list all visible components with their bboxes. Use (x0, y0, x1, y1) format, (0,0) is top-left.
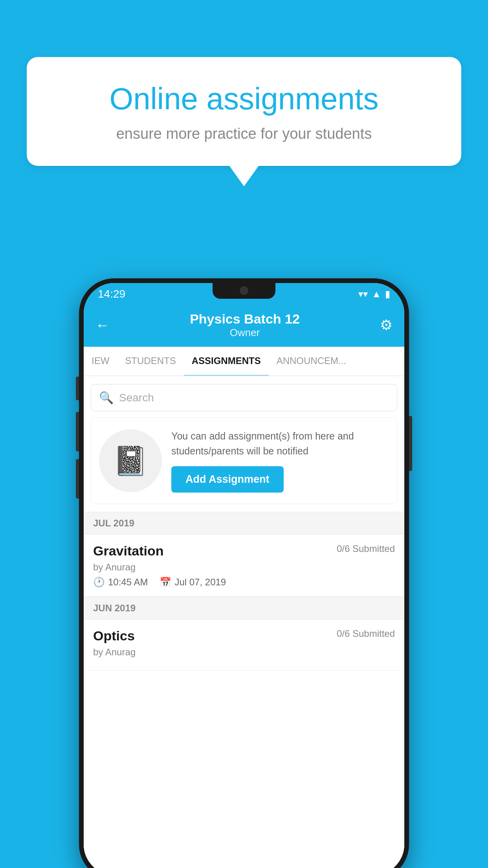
bubble-title: Online assignments (54, 81, 434, 118)
speech-bubble: Online assignments ensure more practice … (27, 57, 461, 166)
assignment-name-optics: Optics (93, 628, 135, 644)
phone-camera (240, 286, 248, 295)
header-title: Physics Batch 12 (190, 311, 300, 327)
app-header: ← Physics Batch 12 Owner ⚙ (84, 305, 404, 347)
phone-side-btn-power (409, 416, 412, 471)
search-icon: 🔍 (99, 391, 114, 405)
signal-icon: ▲ (372, 289, 381, 300)
status-time: 14:29 (98, 288, 125, 300)
tab-iew[interactable]: IEW (84, 347, 117, 376)
meta-time-gravitation: 🕐 10:45 AM (93, 577, 148, 588)
search-bar[interactable]: 🔍 Search (91, 384, 397, 411)
assignment-name-gravitation: Gravitation (93, 543, 163, 559)
phone-frame: 14:29 ▾▾ ▲ ▮ ← Physics Batch 12 Owner ⚙ … (79, 278, 409, 868)
phone-side-btn-volume-up (76, 377, 79, 400)
status-icons: ▾▾ ▲ ▮ (358, 289, 390, 300)
phone-side-btn-volume-down (76, 412, 79, 451)
assignment-header-row-optics: Optics 0/6 Submitted (93, 628, 395, 644)
phone-screen: 14:29 ▾▾ ▲ ▮ ← Physics Batch 12 Owner ⚙ … (84, 283, 404, 868)
empty-state-description: You can add assignment(s) from here and … (171, 429, 389, 458)
assignment-by-optics: by Anurag (93, 647, 395, 658)
battery-icon: ▮ (385, 289, 390, 300)
empty-state-card: 📓 You can add assignment(s) from here an… (91, 417, 397, 504)
assignment-item-gravitation[interactable]: Gravitation 0/6 Submitted by Anurag 🕐 10… (84, 535, 404, 597)
section-header-jun: JUN 2019 (84, 597, 404, 620)
search-placeholder: Search (119, 392, 154, 404)
assignment-by-gravitation: by Anurag (93, 562, 395, 573)
tab-students[interactable]: STUDENTS (117, 347, 183, 376)
header-subtitle: Owner (190, 327, 300, 339)
screen-content: 🔍 Search 📓 You can add assignment(s) fro… (84, 376, 404, 868)
tab-announcements[interactable]: ANNOUNCEM... (269, 347, 354, 376)
add-assignment-button[interactable]: Add Assignment (171, 466, 284, 493)
tab-assignments[interactable]: ASSIGNMENTS (184, 347, 269, 376)
tab-bar: IEW STUDENTS ASSIGNMENTS ANNOUNCEM... (84, 347, 404, 376)
empty-state-icon: 📓 (99, 429, 162, 492)
bubble-subtitle: ensure more practice for your students (54, 125, 434, 142)
assignment-header-row: Gravitation 0/6 Submitted (93, 543, 395, 559)
header-title-group: Physics Batch 12 Owner (190, 311, 300, 339)
settings-icon[interactable]: ⚙ (380, 317, 393, 333)
empty-state-text: You can add assignment(s) from here and … (171, 429, 389, 493)
assignment-item-optics[interactable]: Optics 0/6 Submitted by Anurag (84, 620, 404, 671)
assignment-meta-gravitation: 🕐 10:45 AM 📅 Jul 07, 2019 (93, 577, 395, 588)
meta-date-gravitation: 📅 Jul 07, 2019 (160, 577, 226, 588)
section-header-jul: JUL 2019 (84, 512, 404, 535)
assignment-submitted-gravitation: 0/6 Submitted (337, 543, 395, 554)
speech-bubble-container: Online assignments ensure more practice … (27, 57, 461, 166)
clock-icon: 🕐 (93, 577, 105, 588)
assignment-submitted-optics: 0/6 Submitted (337, 628, 395, 639)
notebook-icon: 📓 (113, 444, 148, 478)
calendar-icon: 📅 (160, 577, 171, 588)
phone-side-btn-silent (76, 459, 79, 498)
wifi-icon: ▾▾ (358, 289, 368, 300)
back-button[interactable]: ← (95, 317, 110, 333)
